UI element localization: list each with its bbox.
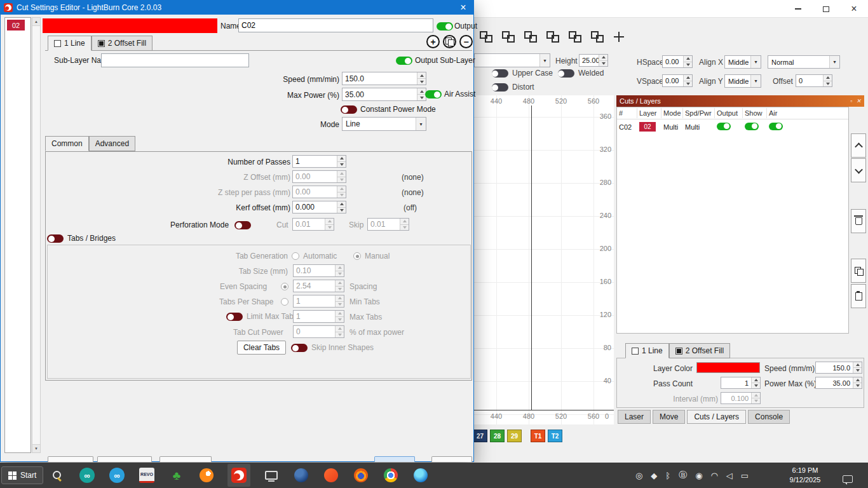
- interval-spinner[interactable]: 0.100: [721, 392, 761, 404]
- dropdown-caret-icon[interactable]: [416, 118, 426, 130]
- tab-move[interactable]: Move: [653, 410, 685, 424]
- upper-case-toggle[interactable]: [492, 69, 508, 78]
- partial-cancel-button[interactable]: [431, 456, 472, 462]
- spin-down-icon[interactable]: [337, 177, 346, 183]
- spinner-arrows[interactable]: [417, 72, 426, 85]
- spinner-arrows[interactable]: [325, 219, 334, 230]
- tab-advanced[interactable]: Advanced: [89, 136, 135, 151]
- dropdown-caret-icon[interactable]: [750, 56, 761, 68]
- spinner-arrows[interactable]: [335, 311, 344, 322]
- distort-toggle[interactable]: [492, 83, 508, 92]
- duplicate-sublayer-button[interactable]: [443, 35, 456, 48]
- tray-bluetooth-icon[interactable]: ᛒ: [665, 471, 670, 480]
- taskbar-browser-globe-button[interactable]: [292, 466, 310, 484]
- automatic-radio[interactable]: [292, 252, 299, 260]
- spinner-arrows[interactable]: [400, 219, 409, 230]
- spin-up-icon[interactable]: [684, 56, 692, 62]
- dialog-titlebar[interactable]: Cut Settings Editor - LightBurn Core 2.0…: [1, 1, 473, 15]
- spinner-arrows[interactable]: [823, 75, 832, 86]
- constant-power-toggle[interactable]: [341, 105, 357, 114]
- spin-down-icon[interactable]: [599, 61, 607, 67]
- spin-up-icon[interactable]: [336, 295, 344, 302]
- spin-down-icon[interactable]: [336, 271, 344, 277]
- layer-list[interactable]: 02: [4, 17, 31, 453]
- tray-game-icon[interactable]: ◆: [651, 471, 657, 480]
- clear-tabs-button[interactable]: Clear Tabs: [237, 341, 286, 355]
- position-crosshair-icon[interactable]: [611, 29, 627, 44]
- spinner-arrows[interactable]: [337, 171, 346, 182]
- perforation-skip-spinner[interactable]: 0.01: [367, 218, 409, 231]
- palette-swatch[interactable]: T2: [548, 430, 562, 442]
- taskbar-app-teal-button[interactable]: ∞: [78, 466, 96, 484]
- spin-down-icon[interactable]: [336, 302, 344, 308]
- spinner-arrows[interactable]: [751, 393, 760, 403]
- spinner-arrows[interactable]: [335, 326, 344, 337]
- taskbar-lightburn-button[interactable]: [227, 464, 250, 487]
- spin-down-icon[interactable]: [400, 225, 409, 231]
- speed-spinner[interactable]: 150.0: [815, 362, 862, 374]
- font-combo[interactable]: [474, 53, 550, 67]
- add-sublayer-button[interactable]: +: [426, 35, 440, 48]
- spin-down-icon[interactable]: [853, 368, 862, 373]
- align-y-combo[interactable]: Middle: [724, 74, 761, 88]
- tab-line[interactable]: 1 Line: [625, 343, 669, 358]
- limit-max-tabs-spinner[interactable]: 1: [293, 310, 344, 323]
- spin-up-icon[interactable]: [325, 219, 334, 225]
- align-x-combo[interactable]: Middle: [724, 55, 761, 69]
- remove-sublayer-button[interactable]: −: [459, 35, 473, 48]
- col-header[interactable]: Mode: [661, 108, 683, 118]
- welded-toggle[interactable]: [558, 69, 574, 78]
- undock-icon[interactable]: ▫: [850, 98, 852, 104]
- offset-spinner[interactable]: 0: [796, 74, 832, 87]
- palette-swatch[interactable]: 27: [473, 430, 487, 442]
- perforation-cut-spinner[interactable]: 0.01: [292, 218, 334, 231]
- power-max-spinner[interactable]: 35.00: [815, 377, 862, 389]
- spin-up-icon[interactable]: [752, 377, 760, 383]
- spin-down-icon[interactable]: [336, 317, 344, 323]
- spinner-arrows[interactable]: [335, 280, 344, 292]
- tray-target-icon[interactable]: ◎: [635, 471, 642, 480]
- taskbar-search-button[interactable]: [48, 466, 66, 484]
- spin-down-icon[interactable]: [824, 81, 832, 87]
- output-toggle[interactable]: [437, 22, 453, 30]
- show-toggle[interactable]: [745, 123, 759, 130]
- spin-up-icon[interactable]: [853, 377, 862, 383]
- tab-console[interactable]: Console: [748, 410, 790, 424]
- spinner-arrows[interactable]: [337, 186, 346, 198]
- dropdown-caret-icon[interactable]: [750, 75, 761, 87]
- dock-icon[interactable]: [589, 29, 606, 44]
- passes-spinner[interactable]: 1: [292, 155, 346, 168]
- layer-color-badge[interactable]: 02: [639, 122, 656, 132]
- skip-inner-shapes-toggle[interactable]: [291, 344, 308, 352]
- hspace-spinner[interactable]: 0.00: [662, 55, 693, 68]
- panel-close-icon[interactable]: ✕: [856, 98, 861, 104]
- tabs-per-shape-spinner[interactable]: 1: [293, 295, 344, 308]
- spinner-arrows[interactable]: [337, 201, 346, 213]
- spinner-arrows[interactable]: [751, 377, 760, 388]
- vspace-spinner[interactable]: 0.00: [662, 74, 693, 87]
- tray-steam-icon[interactable]: ◉: [695, 471, 702, 480]
- tab-cuts-layers[interactable]: Cuts / Layers: [687, 410, 746, 424]
- pass-count-spinner[interactable]: 1: [721, 377, 761, 389]
- tab-laser[interactable]: Laser: [618, 410, 651, 424]
- spin-up-icon[interactable]: [337, 186, 346, 193]
- tab-offset-fill[interactable]: 2 Offset Fill: [669, 343, 730, 358]
- paste-settings-button[interactable]: [851, 284, 866, 308]
- tabs-bridges-toggle[interactable]: [47, 234, 64, 243]
- taskbar-app-blue-button[interactable]: ∞: [108, 466, 126, 484]
- spin-down-icon[interactable]: [684, 81, 692, 87]
- palette-swatch[interactable]: 29: [507, 430, 522, 442]
- spin-down-icon[interactable]: [752, 398, 760, 403]
- spin-down-icon[interactable]: [752, 383, 760, 388]
- dropdown-caret-icon[interactable]: [829, 56, 839, 68]
- spin-up-icon[interactable]: [336, 280, 344, 287]
- tray-volume-icon[interactable]: ◁: [726, 471, 733, 480]
- spin-down-icon[interactable]: [336, 287, 344, 292]
- spinner-arrows[interactable]: [683, 75, 692, 86]
- tab-line[interactable]: 1 Line: [48, 36, 92, 51]
- speed-spinner[interactable]: 150.0: [342, 72, 426, 85]
- spin-down-icon[interactable]: [417, 79, 426, 85]
- scroll-down-icon[interactable]: [32, 444, 40, 452]
- palette-swatch[interactable]: 28: [490, 430, 505, 442]
- spin-up-icon[interactable]: [337, 171, 346, 177]
